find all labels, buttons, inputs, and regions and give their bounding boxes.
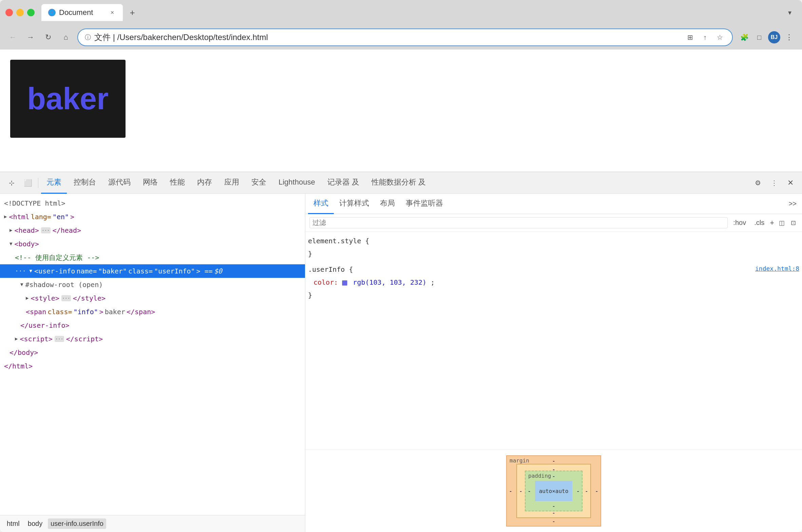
devtools-more-icon[interactable]: ⋮ bbox=[767, 175, 782, 190]
url-bar[interactable]: ⓘ 文件 | /Users/bakerchen/Desktop/test/ind… bbox=[77, 28, 733, 46]
css-rule-userinfo-close: } bbox=[308, 289, 799, 302]
tab-close-button[interactable]: × bbox=[109, 9, 116, 16]
reload-button[interactable]: ↻ bbox=[42, 31, 54, 43]
elem-html-open[interactable]: ▶ <html lang="en"> bbox=[0, 210, 305, 224]
box-border-left[interactable]: - bbox=[519, 488, 522, 494]
elem-shadow-root[interactable]: ▼ #shadow-root (open) bbox=[0, 278, 305, 291]
box-margin-left[interactable]: - bbox=[509, 488, 512, 494]
hov-button[interactable]: :hov bbox=[730, 217, 749, 228]
devtools-toolbar: ⊹ ⬜ 元素 控制台 源代码 网络 性能 内存 应用 安全 Lighthouse… bbox=[0, 172, 802, 194]
styles-tab-event-listeners[interactable]: 事件监听器 bbox=[400, 194, 448, 214]
home-button[interactable]: ⌂ bbox=[60, 31, 72, 43]
styles-tabs: 样式 计算样式 布局 事件监听器 >> bbox=[305, 194, 802, 214]
new-tab-button[interactable]: + bbox=[126, 6, 139, 19]
tab-memory[interactable]: 内存 bbox=[192, 172, 217, 194]
breadcrumb-user-info[interactable]: user-info.userInfo bbox=[48, 518, 106, 529]
box-padding-label: padding bbox=[528, 473, 551, 479]
toolbar-separator bbox=[38, 178, 38, 188]
maximize-button[interactable] bbox=[27, 9, 35, 16]
cls-button[interactable]: .cls bbox=[751, 217, 767, 228]
page-content: baker ⊹ ⬜ 元素 控制台 源代码 网络 性能 内存 应用 安全 Ligh… bbox=[0, 50, 802, 532]
devtools-settings-icon[interactable]: ⚙ bbox=[750, 175, 765, 190]
elem-style[interactable]: ▶ <style> ··· </style> bbox=[0, 291, 305, 305]
elem-user-info[interactable]: ··· ▼ <user-info name="baker" class="use… bbox=[0, 264, 305, 278]
elem-comment: <!-- 使用自定义元素 --> bbox=[0, 251, 305, 264]
secure-icon: ⓘ bbox=[85, 33, 91, 41]
box-margin-top[interactable]: - bbox=[552, 457, 555, 464]
styles-filter: :hov .cls + ◫ ⊡ bbox=[305, 214, 802, 232]
css-rule-close: } bbox=[308, 247, 799, 260]
share-icon[interactable]: ↑ bbox=[700, 32, 710, 43]
devtools-close-button[interactable]: ✕ bbox=[783, 175, 798, 190]
tab-bar: Document × + ▾ bbox=[41, 4, 797, 21]
tab-elements[interactable]: 元素 bbox=[41, 172, 67, 194]
profile-sidebar-icon[interactable]: □ bbox=[753, 31, 765, 43]
close-button[interactable] bbox=[5, 9, 13, 16]
add-style-button[interactable]: + bbox=[770, 218, 774, 227]
elem-doctype: <!DOCTYPE html> bbox=[0, 196, 305, 210]
translate-icon[interactable]: ⊞ bbox=[685, 32, 695, 43]
new-style-rule-icon[interactable]: ◫ bbox=[777, 218, 786, 228]
box-border-right[interactable]: - bbox=[585, 488, 588, 494]
tab-performance[interactable]: 性能 bbox=[165, 172, 190, 194]
elem-html-close: </html> bbox=[0, 359, 305, 373]
active-tab[interactable]: Document × bbox=[41, 4, 123, 21]
forward-button[interactable]: → bbox=[24, 31, 37, 43]
tab-sources[interactable]: 源代码 bbox=[103, 172, 136, 194]
box-padding-left[interactable]: - bbox=[528, 488, 531, 494]
tab-network[interactable]: 网络 bbox=[137, 172, 163, 194]
minimize-button[interactable] bbox=[16, 9, 24, 16]
styles-tab-styles[interactable]: 样式 bbox=[308, 194, 334, 214]
css-rule-element-style: element.style { } bbox=[308, 234, 799, 260]
back-button[interactable]: ← bbox=[7, 31, 19, 43]
styles-tab-computed[interactable]: 计算样式 bbox=[334, 194, 375, 214]
css-rule-userinfo: .userInfo { index.html:8 color: rgb(103,… bbox=[308, 263, 799, 302]
elem-script[interactable]: ▶ <script> ··· </script> bbox=[0, 332, 305, 346]
tab-security[interactable]: 安全 bbox=[246, 172, 272, 194]
breadcrumb-html[interactable]: html bbox=[4, 518, 22, 529]
title-bar: Document × + ▾ bbox=[0, 0, 802, 25]
tab-list-button[interactable]: ▾ bbox=[783, 6, 797, 19]
styles-tab-layout[interactable]: 布局 bbox=[375, 194, 400, 214]
traffic-lights bbox=[5, 9, 35, 16]
filter-icons: ◫ ⊡ bbox=[777, 218, 798, 228]
box-padding-top[interactable]: - bbox=[552, 473, 555, 479]
box-margin-right[interactable]: - bbox=[595, 488, 598, 494]
avatar[interactable]: BJ bbox=[768, 31, 780, 43]
element-picker-icon[interactable]: ⊹ bbox=[4, 175, 19, 190]
tab-lighthouse[interactable]: Lighthouse bbox=[273, 172, 321, 194]
breadcrumb-body[interactable]: body bbox=[25, 518, 45, 529]
css-source-link[interactable]: index.html:8 bbox=[755, 263, 799, 276]
elem-user-info-close: </user-info> bbox=[0, 319, 305, 332]
tab-console[interactable]: 控制台 bbox=[68, 172, 101, 194]
box-content-layer: auto×auto bbox=[535, 481, 572, 501]
elem-span[interactable]: <span class="info" > baker </span> bbox=[0, 305, 305, 319]
toggle-element-state-icon[interactable]: ⊡ bbox=[788, 218, 798, 228]
elem-body-close: </body> bbox=[0, 346, 305, 359]
device-toggle-icon[interactable]: ⬜ bbox=[20, 175, 35, 190]
styles-tab-more[interactable]: >> bbox=[786, 198, 799, 209]
tab-recorder[interactable]: 记录器 及 bbox=[322, 172, 365, 194]
elem-body-open[interactable]: ▼ <body> bbox=[0, 237, 305, 251]
box-margin-label: margin bbox=[510, 457, 529, 464]
color-swatch[interactable] bbox=[342, 280, 347, 286]
devtools-panel: ⊹ ⬜ 元素 控制台 源代码 网络 性能 内存 应用 安全 Lighthouse… bbox=[0, 172, 802, 532]
tab-title: Document bbox=[59, 8, 105, 17]
elem-head[interactable]: ▶ <head> ··· </head> bbox=[0, 224, 305, 237]
devtools-main: <!DOCTYPE html> ▶ <html lang="en"> ▶ <he… bbox=[0, 194, 802, 532]
url-actions: ⊞ ↑ ☆ bbox=[685, 32, 725, 43]
styles-panel: 样式 计算样式 布局 事件监听器 >> :hov .cls + ◫ bbox=[305, 194, 802, 532]
box-padding-right[interactable]: - bbox=[576, 488, 580, 494]
box-model-section: margin - - - - border - - - bbox=[305, 450, 802, 532]
bookmark-icon[interactable]: ☆ bbox=[714, 32, 725, 43]
box-padding-bottom[interactable]: - bbox=[552, 502, 555, 509]
elements-breadcrumb: html body user-info.userInfo bbox=[0, 515, 305, 532]
tab-application[interactable]: 应用 bbox=[219, 172, 245, 194]
page-viewport: baker bbox=[0, 50, 802, 172]
more-options-button[interactable]: ⋮ bbox=[783, 31, 795, 43]
styles-filter-input[interactable] bbox=[309, 217, 728, 228]
url-input[interactable]: 文件 | /Users/bakerchen/Desktop/test/index… bbox=[94, 32, 681, 43]
box-margin-bottom[interactable]: - bbox=[552, 518, 555, 525]
tab-performance-insights[interactable]: 性能数据分析 及 bbox=[366, 172, 431, 194]
extensions-icon[interactable]: 🧩 bbox=[738, 31, 750, 43]
